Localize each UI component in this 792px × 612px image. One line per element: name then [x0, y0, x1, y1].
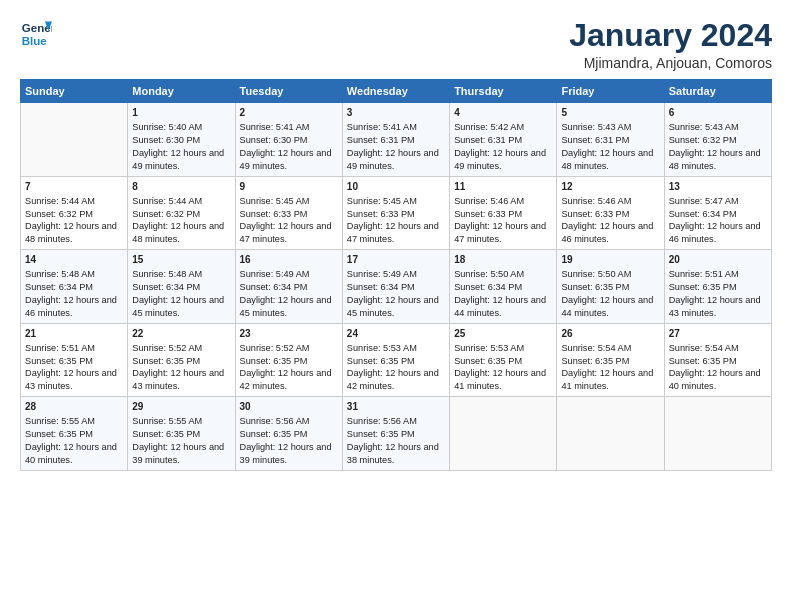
sunset-text: Sunset: 6:32 PM — [132, 208, 230, 221]
calendar-cell: 11Sunrise: 5:46 AMSunset: 6:33 PMDayligh… — [450, 176, 557, 250]
day-number: 14 — [25, 253, 123, 267]
day-number: 28 — [25, 400, 123, 414]
calendar-cell: 27Sunrise: 5:54 AMSunset: 6:35 PMDayligh… — [664, 323, 771, 397]
sunrise-text: Sunrise: 5:54 AM — [561, 342, 659, 355]
calendar-week-1: 7Sunrise: 5:44 AMSunset: 6:32 PMDaylight… — [21, 176, 772, 250]
sunset-text: Sunset: 6:35 PM — [240, 355, 338, 368]
daylight-text: Daylight: 12 hours and 45 minutes. — [132, 294, 230, 320]
calendar-cell: 31Sunrise: 5:56 AMSunset: 6:35 PMDayligh… — [342, 397, 449, 471]
sunrise-text: Sunrise: 5:47 AM — [669, 195, 767, 208]
calendar-cell — [557, 397, 664, 471]
daylight-text: Daylight: 12 hours and 46 minutes. — [669, 220, 767, 246]
sunset-text: Sunset: 6:30 PM — [240, 134, 338, 147]
day-number: 3 — [347, 106, 445, 120]
sunset-text: Sunset: 6:32 PM — [669, 134, 767, 147]
sunrise-text: Sunrise: 5:54 AM — [669, 342, 767, 355]
calendar-cell: 3Sunrise: 5:41 AMSunset: 6:31 PMDaylight… — [342, 103, 449, 177]
sunrise-text: Sunrise: 5:49 AM — [347, 268, 445, 281]
sunset-text: Sunset: 6:31 PM — [347, 134, 445, 147]
day-number: 29 — [132, 400, 230, 414]
daylight-text: Daylight: 12 hours and 45 minutes. — [347, 294, 445, 320]
sunset-text: Sunset: 6:34 PM — [25, 281, 123, 294]
day-number: 2 — [240, 106, 338, 120]
day-number: 25 — [454, 327, 552, 341]
sunrise-text: Sunrise: 5:43 AM — [561, 121, 659, 134]
calendar-cell: 23Sunrise: 5:52 AMSunset: 6:35 PMDayligh… — [235, 323, 342, 397]
page: General Blue January 2024 Mjimandra, Anj… — [0, 0, 792, 612]
daylight-text: Daylight: 12 hours and 43 minutes. — [669, 294, 767, 320]
svg-text:Blue: Blue — [22, 35, 48, 47]
sunrise-text: Sunrise: 5:41 AM — [347, 121, 445, 134]
day-number: 23 — [240, 327, 338, 341]
header-wednesday: Wednesday — [342, 80, 449, 103]
sunrise-text: Sunrise: 5:50 AM — [561, 268, 659, 281]
day-number: 16 — [240, 253, 338, 267]
day-number: 12 — [561, 180, 659, 194]
daylight-text: Daylight: 12 hours and 46 minutes. — [561, 220, 659, 246]
calendar-cell: 4Sunrise: 5:42 AMSunset: 6:31 PMDaylight… — [450, 103, 557, 177]
sunset-text: Sunset: 6:35 PM — [347, 355, 445, 368]
calendar-cell: 22Sunrise: 5:52 AMSunset: 6:35 PMDayligh… — [128, 323, 235, 397]
calendar-cell: 25Sunrise: 5:53 AMSunset: 6:35 PMDayligh… — [450, 323, 557, 397]
day-number: 17 — [347, 253, 445, 267]
day-number: 15 — [132, 253, 230, 267]
calendar-cell: 7Sunrise: 5:44 AMSunset: 6:32 PMDaylight… — [21, 176, 128, 250]
sunrise-text: Sunrise: 5:48 AM — [25, 268, 123, 281]
calendar-cell: 17Sunrise: 5:49 AMSunset: 6:34 PMDayligh… — [342, 250, 449, 324]
sunrise-text: Sunrise: 5:41 AM — [240, 121, 338, 134]
header-saturday: Saturday — [664, 80, 771, 103]
sunrise-text: Sunrise: 5:42 AM — [454, 121, 552, 134]
sunrise-text: Sunrise: 5:43 AM — [669, 121, 767, 134]
sunset-text: Sunset: 6:34 PM — [347, 281, 445, 294]
daylight-text: Daylight: 12 hours and 39 minutes. — [240, 441, 338, 467]
sunset-text: Sunset: 6:31 PM — [561, 134, 659, 147]
day-number: 21 — [25, 327, 123, 341]
day-number: 13 — [669, 180, 767, 194]
daylight-text: Daylight: 12 hours and 43 minutes. — [25, 367, 123, 393]
daylight-text: Daylight: 12 hours and 47 minutes. — [454, 220, 552, 246]
calendar-cell: 14Sunrise: 5:48 AMSunset: 6:34 PMDayligh… — [21, 250, 128, 324]
calendar-cell: 2Sunrise: 5:41 AMSunset: 6:30 PMDaylight… — [235, 103, 342, 177]
sunrise-text: Sunrise: 5:53 AM — [347, 342, 445, 355]
sunrise-text: Sunrise: 5:55 AM — [25, 415, 123, 428]
calendar-cell: 9Sunrise: 5:45 AMSunset: 6:33 PMDaylight… — [235, 176, 342, 250]
calendar-cell: 26Sunrise: 5:54 AMSunset: 6:35 PMDayligh… — [557, 323, 664, 397]
sunset-text: Sunset: 6:35 PM — [561, 281, 659, 294]
calendar-cell: 29Sunrise: 5:55 AMSunset: 6:35 PMDayligh… — [128, 397, 235, 471]
day-number: 20 — [669, 253, 767, 267]
daylight-text: Daylight: 12 hours and 49 minutes. — [240, 147, 338, 173]
day-number: 11 — [454, 180, 552, 194]
sunset-text: Sunset: 6:35 PM — [669, 355, 767, 368]
logo-icon: General Blue — [20, 18, 52, 50]
sunset-text: Sunset: 6:35 PM — [240, 428, 338, 441]
calendar-header: Sunday Monday Tuesday Wednesday Thursday… — [21, 80, 772, 103]
sunset-text: Sunset: 6:34 PM — [454, 281, 552, 294]
daylight-text: Daylight: 12 hours and 42 minutes. — [347, 367, 445, 393]
sunset-text: Sunset: 6:34 PM — [240, 281, 338, 294]
sunrise-text: Sunrise: 5:45 AM — [347, 195, 445, 208]
calendar-cell: 12Sunrise: 5:46 AMSunset: 6:33 PMDayligh… — [557, 176, 664, 250]
daylight-text: Daylight: 12 hours and 49 minutes. — [347, 147, 445, 173]
calendar-cell: 24Sunrise: 5:53 AMSunset: 6:35 PMDayligh… — [342, 323, 449, 397]
sunset-text: Sunset: 6:35 PM — [132, 355, 230, 368]
sunset-text: Sunset: 6:33 PM — [561, 208, 659, 221]
calendar-cell: 20Sunrise: 5:51 AMSunset: 6:35 PMDayligh… — [664, 250, 771, 324]
sunrise-text: Sunrise: 5:56 AM — [347, 415, 445, 428]
sunrise-text: Sunrise: 5:46 AM — [454, 195, 552, 208]
title-block: January 2024 Mjimandra, Anjouan, Comoros — [569, 18, 772, 71]
sunrise-text: Sunrise: 5:50 AM — [454, 268, 552, 281]
daylight-text: Daylight: 12 hours and 48 minutes. — [25, 220, 123, 246]
calendar-cell: 10Sunrise: 5:45 AMSunset: 6:33 PMDayligh… — [342, 176, 449, 250]
day-number: 22 — [132, 327, 230, 341]
daylight-text: Daylight: 12 hours and 38 minutes. — [347, 441, 445, 467]
day-number: 6 — [669, 106, 767, 120]
header-thursday: Thursday — [450, 80, 557, 103]
day-number: 7 — [25, 180, 123, 194]
daylight-text: Daylight: 12 hours and 45 minutes. — [240, 294, 338, 320]
sunset-text: Sunset: 6:31 PM — [454, 134, 552, 147]
daylight-text: Daylight: 12 hours and 41 minutes. — [454, 367, 552, 393]
day-number: 5 — [561, 106, 659, 120]
daylight-text: Daylight: 12 hours and 39 minutes. — [132, 441, 230, 467]
sunset-text: Sunset: 6:35 PM — [561, 355, 659, 368]
calendar-cell: 8Sunrise: 5:44 AMSunset: 6:32 PMDaylight… — [128, 176, 235, 250]
